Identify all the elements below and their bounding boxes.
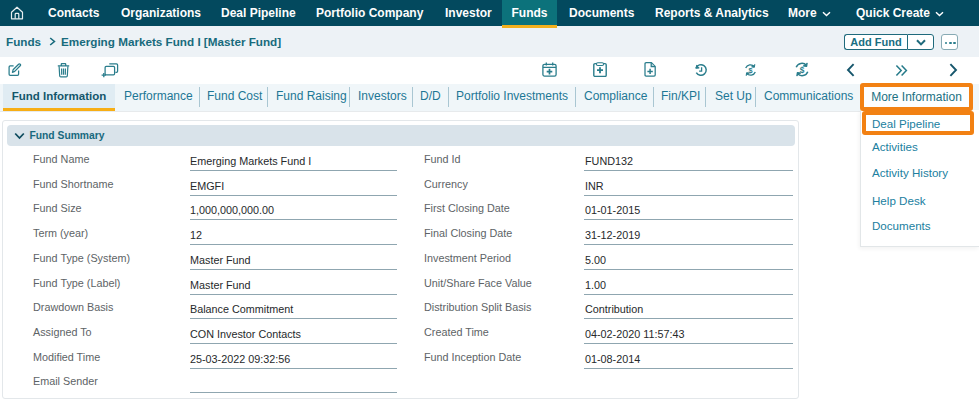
svg-text:$: $ <box>800 65 805 75</box>
svg-text:$: $ <box>748 65 752 74</box>
